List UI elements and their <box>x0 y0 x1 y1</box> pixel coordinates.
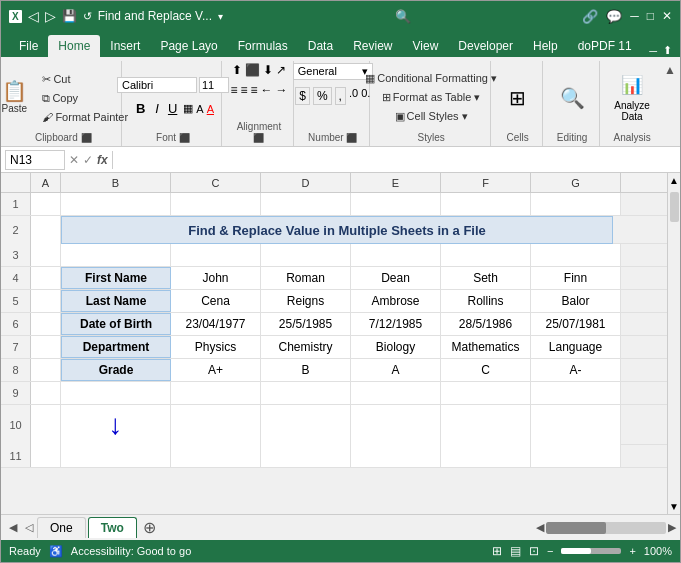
col-header-D[interactable]: D <box>261 173 351 193</box>
cell-F6[interactable]: 28/5/1986 <box>441 313 531 335</box>
cell-G8[interactable]: A- <box>531 359 621 381</box>
tab-home[interactable]: Home <box>48 35 100 57</box>
align-top-button[interactable]: ⬆ <box>232 63 242 77</box>
cell-F5[interactable]: Rollins <box>441 290 531 312</box>
fill-color-button[interactable]: A <box>196 103 203 115</box>
format-as-table-button[interactable]: ⊞ Format as Table ▾ <box>378 89 485 106</box>
cell-A2[interactable] <box>31 216 61 244</box>
close-button[interactable]: ✕ <box>662 9 672 23</box>
scroll-up-button[interactable]: ▲ <box>667 173 681 188</box>
cell-F11[interactable] <box>441 445 531 467</box>
insert-function-icon[interactable]: fx <box>97 153 108 167</box>
cell-B5[interactable]: Last Name <box>61 290 171 312</box>
minimize-button[interactable]: ─ <box>630 9 639 23</box>
cell-D3[interactable] <box>261 244 351 266</box>
cell-B10-arrow[interactable]: ↓ <box>61 405 171 445</box>
cell-C10[interactable] <box>171 405 261 445</box>
cell-A11[interactable] <box>31 445 61 467</box>
cell-E6[interactable]: 7/12/1985 <box>351 313 441 335</box>
font-color-button[interactable]: A <box>207 103 214 115</box>
add-sheet-button[interactable]: ⊕ <box>139 518 160 537</box>
indent-increase-button[interactable]: → <box>275 83 287 97</box>
col-header-E[interactable]: E <box>351 173 441 193</box>
cell-C9[interactable] <box>171 382 261 404</box>
sheet-nav-first[interactable]: ◁ <box>21 521 37 534</box>
cell-C5[interactable]: Cena <box>171 290 261 312</box>
cell-C7[interactable]: Physics <box>171 336 261 358</box>
orientation-button[interactable]: ↗ <box>276 63 286 77</box>
cell-G7[interactable]: Language <box>531 336 621 358</box>
cell-C4[interactable]: John <box>171 267 261 289</box>
cell-D10[interactable] <box>261 405 351 445</box>
align-right-button[interactable]: ≡ <box>250 83 257 97</box>
tab-help[interactable]: Help <box>523 35 568 57</box>
zoom-slider[interactable] <box>561 548 621 554</box>
cell-B4[interactable]: First Name <box>61 267 171 289</box>
cell-F4[interactable]: Seth <box>441 267 531 289</box>
cell-G11[interactable] <box>531 445 621 467</box>
title-dropdown-icon[interactable]: ▾ <box>218 11 223 22</box>
tab-insert[interactable]: Insert <box>100 35 150 57</box>
col-header-A[interactable]: A <box>31 173 61 193</box>
indent-decrease-button[interactable]: ← <box>260 83 272 97</box>
quick-save[interactable]: 💾 <box>62 9 77 23</box>
bold-button[interactable]: B <box>132 99 149 118</box>
currency-button[interactable]: $ <box>295 87 310 105</box>
col-header-B[interactable]: B <box>61 173 171 193</box>
cell-D9[interactable] <box>261 382 351 404</box>
search-icon[interactable]: 🔍 <box>395 9 411 24</box>
zoom-in-button[interactable]: + <box>629 545 635 557</box>
cell-E7[interactable]: Biology <box>351 336 441 358</box>
vertical-scrollbar[interactable]: ▲ ▼ <box>667 173 680 514</box>
quick-undo[interactable]: ↺ <box>83 10 92 23</box>
cell-G3[interactable] <box>531 244 621 266</box>
cell-C1[interactable] <box>171 193 261 215</box>
sheet-tab-two[interactable]: Two <box>88 517 137 538</box>
cell-A7[interactable] <box>31 336 61 358</box>
cell-E10[interactable] <box>351 405 441 445</box>
formula-input[interactable] <box>117 151 676 169</box>
col-header-C[interactable]: C <box>171 173 261 193</box>
view-layout-icon[interactable]: ▤ <box>510 544 521 558</box>
cell-D11[interactable] <box>261 445 351 467</box>
tab-data[interactable]: Data <box>298 35 343 57</box>
italic-button[interactable]: I <box>152 100 162 117</box>
cell-A6[interactable] <box>31 313 61 335</box>
cell-F10[interactable] <box>441 405 531 445</box>
cell-G1[interactable] <box>531 193 621 215</box>
horizontal-scroll-thumb[interactable] <box>546 522 606 534</box>
cell-E11[interactable] <box>351 445 441 467</box>
cell-F1[interactable] <box>441 193 531 215</box>
underline-button[interactable]: U <box>165 100 180 117</box>
col-header-F[interactable]: F <box>441 173 531 193</box>
cell-A4[interactable] <box>31 267 61 289</box>
cell-A5[interactable] <box>31 290 61 312</box>
cell-G9[interactable] <box>531 382 621 404</box>
cell-B3[interactable] <box>61 244 171 266</box>
restore-button[interactable]: □ <box>647 9 654 23</box>
cell-B9[interactable] <box>61 382 171 404</box>
cell-B7[interactable]: Department <box>61 336 171 358</box>
scroll-down-button[interactable]: ▼ <box>667 499 681 514</box>
confirm-formula-icon[interactable]: ✓ <box>83 153 93 167</box>
tab-pagelayout[interactable]: Page Layo <box>150 35 227 57</box>
name-box[interactable] <box>5 150 65 170</box>
align-left-button[interactable]: ≡ <box>230 83 237 97</box>
col-header-G[interactable]: G <box>531 173 621 193</box>
cell-C8[interactable]: A+ <box>171 359 261 381</box>
view-page-break-icon[interactable]: ⊡ <box>529 544 539 558</box>
tab-formulas[interactable]: Formulas <box>228 35 298 57</box>
cell-E9[interactable] <box>351 382 441 404</box>
merged-title-cell[interactable]: Find & Replace Value in Multiple Sheets … <box>61 216 613 244</box>
cell-B1[interactable] <box>61 193 171 215</box>
cell-D4[interactable]: Roman <box>261 267 351 289</box>
cell-D7[interactable]: Chemistry <box>261 336 351 358</box>
align-middle-button[interactable]: ⬛ <box>245 63 260 77</box>
comma-button[interactable]: , <box>335 87 346 105</box>
font-name-select[interactable]: Calibri <box>117 77 197 93</box>
border-button[interactable]: ▦ <box>183 102 193 115</box>
comment-icon[interactable]: 💬 <box>606 9 622 24</box>
zoom-out-button[interactable]: − <box>547 545 553 557</box>
cell-C6[interactable]: 23/04/1977 <box>171 313 261 335</box>
cell-D8[interactable]: B <box>261 359 351 381</box>
